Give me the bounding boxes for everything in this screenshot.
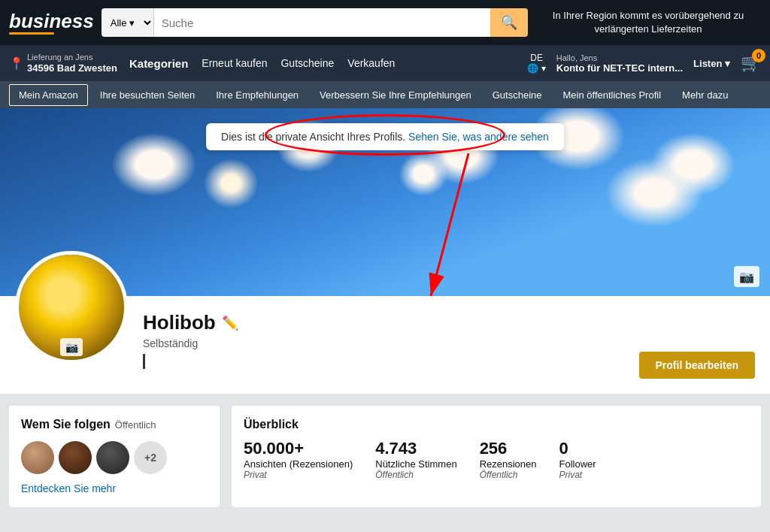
tab-oeffentliches-profil[interactable]: Mein öffentliches Profil: [554, 85, 671, 105]
stat-ansichten-label: Ansichten (Rezensionen): [244, 458, 353, 470]
logo-text: business: [9, 11, 94, 31]
cart-button[interactable]: 🛒 0: [741, 53, 761, 73]
stat-ansichten: 50.000+ Ansichten (Rezensionen) Privat: [244, 439, 353, 480]
lang-code: DE: [530, 53, 543, 63]
language-selector[interactable]: DE 🌐 ▾: [527, 53, 545, 74]
stat-follower-value: 0: [559, 439, 596, 458]
profile-subtitle: Selbständig: [143, 337, 755, 349]
account-greeting: Hallo, Jens: [556, 53, 683, 62]
tab-mein-amazon[interactable]: Mein Amazon: [9, 84, 88, 106]
tab-verbessern[interactable]: Verbessern Sie Ihre Empfehlungen: [311, 85, 480, 105]
lists-menu[interactable]: Listen ▾: [693, 58, 730, 69]
follower-avatar-3[interactable]: [96, 441, 129, 474]
follow-avatars-row: +2: [21, 441, 208, 474]
follower-avatar-1[interactable]: [21, 441, 54, 474]
follow-title: Wem Sie folgen: [21, 418, 111, 431]
search-input[interactable]: [154, 8, 490, 37]
avatar-camera-button[interactable]: 📷: [60, 338, 83, 356]
location-text: Lieferung an Jens 34596 Bad Zwesten: [27, 53, 117, 74]
overview-card: Überblick 50.000+ Ansichten (Rezensionen…: [232, 406, 761, 507]
stat-rezensionen-label: Rezensionen: [480, 458, 537, 470]
nav-erneut-kaufen[interactable]: Erneut kaufen: [202, 57, 267, 69]
nav-kategorien[interactable]: Kategorien: [129, 57, 188, 70]
logo[interactable]: business: [9, 11, 94, 35]
logo-underline: [9, 32, 54, 35]
top-right-notice: In Ihrer Region kommt es vorübergehend z…: [535, 9, 761, 36]
location-line1: Lieferung an Jens: [27, 53, 117, 62]
avatar-wrapper: 📷: [15, 251, 128, 364]
edit-name-icon[interactable]: ✏️: [222, 315, 238, 331]
profile-separator: [143, 354, 145, 369]
stat-ansichten-value: 50.000+: [244, 439, 353, 458]
see-public-view-link[interactable]: Sehen Sie, was andere sehen: [408, 131, 549, 143]
tab-gutscheine[interactable]: Gutscheine: [484, 85, 551, 105]
stat-stimmen: 4.743 Nützliche Stimmen Öffentlich: [375, 439, 456, 480]
username: Holibob: [143, 311, 216, 334]
stat-rezensionen: 256 Rezensionen Öffentlich: [480, 439, 537, 480]
private-notice-text: Dies ist die private Ansicht Ihres Profi…: [221, 131, 405, 143]
follower-avatar-2[interactable]: [59, 441, 92, 474]
nav-verkaufen[interactable]: Verkaufen: [347, 57, 395, 69]
follow-visibility: Öffentlich: [115, 419, 156, 431]
lists-label: Listen: [693, 58, 722, 69]
follow-card: Wem Sie folgen Öffentlich +2 Entdecken S…: [9, 406, 220, 507]
search-bar: Alle ▾ 🔍: [102, 8, 528, 37]
stat-follower: 0 Follower Privat: [559, 439, 596, 480]
account-menu[interactable]: Hallo, Jens Konto für NET-TEC intern...: [556, 53, 683, 74]
stats-row: 50.000+ Ansichten (Rezensionen) Privat 4…: [244, 439, 749, 480]
account-name: Konto für NET-TEC intern...: [556, 62, 683, 74]
search-button[interactable]: 🔍: [490, 8, 528, 37]
stat-stimmen-sub: Öffentlich: [375, 470, 456, 480]
nav-right-area: DE 🌐 ▾ Hallo, Jens Konto für NET-TEC int…: [527, 53, 761, 74]
lang-globe-icon: 🌐 ▾: [527, 63, 545, 74]
profile-lower-area: 📷 Holibob ✏️ Selbständig Profil bearbeit…: [0, 296, 770, 394]
stat-ansichten-sub: Privat: [244, 470, 353, 480]
profile-section: Dies ist die private Ansicht Ihres Profi…: [0, 108, 770, 394]
tab-mehr-dazu[interactable]: Mehr dazu: [673, 85, 737, 105]
nav-gutscheine[interactable]: Gutscheine: [280, 57, 334, 69]
stat-stimmen-value: 4.743: [375, 439, 456, 458]
profile-name-row: Holibob ✏️: [143, 311, 755, 334]
overview-title: Überblick: [244, 418, 749, 431]
stats-section: Wem Sie folgen Öffentlich +2 Entdecken S…: [0, 394, 770, 519]
profile-tabs-bar: Mein Amazon Ihre besuchten Seiten Ihre E…: [0, 81, 770, 108]
tab-empfehlungen[interactable]: Ihre Empfehlungen: [207, 85, 308, 105]
second-nav-bar: 📍 Lieferung an Jens 34596 Bad Zwesten Ka…: [0, 45, 770, 81]
location-icon: 📍: [9, 56, 24, 71]
stat-follower-label: Follower: [559, 458, 596, 470]
discover-more-link[interactable]: Entdecken Sie mehr: [21, 482, 116, 494]
tab-besuchte-seiten[interactable]: Ihre besuchten Seiten: [91, 85, 204, 105]
stat-rezensionen-value: 256: [480, 439, 537, 458]
stat-follower-sub: Privat: [559, 470, 596, 480]
location-line2: 34596 Bad Zwesten: [27, 62, 117, 74]
follow-more-count[interactable]: +2: [134, 441, 167, 474]
location-block[interactable]: 📍 Lieferung an Jens 34596 Bad Zwesten: [9, 53, 117, 74]
cover-photo-camera-button[interactable]: 📷: [734, 266, 759, 287]
stat-rezensionen-sub: Öffentlich: [480, 470, 537, 480]
main-nav-links: Kategorien Erneut kaufen Gutscheine Verk…: [129, 57, 516, 70]
search-category-dropdown[interactable]: Alle ▾: [102, 8, 154, 37]
private-notice-box: Dies ist die private Ansicht Ihres Profi…: [206, 123, 564, 150]
cart-badge: 0: [752, 49, 765, 62]
top-nav-bar: business Alle ▾ 🔍 In Ihrer Region kommt …: [0, 0, 770, 45]
edit-profile-button[interactable]: Profil bearbeiten: [639, 352, 755, 379]
stat-stimmen-label: Nützliche Stimmen: [375, 458, 456, 470]
